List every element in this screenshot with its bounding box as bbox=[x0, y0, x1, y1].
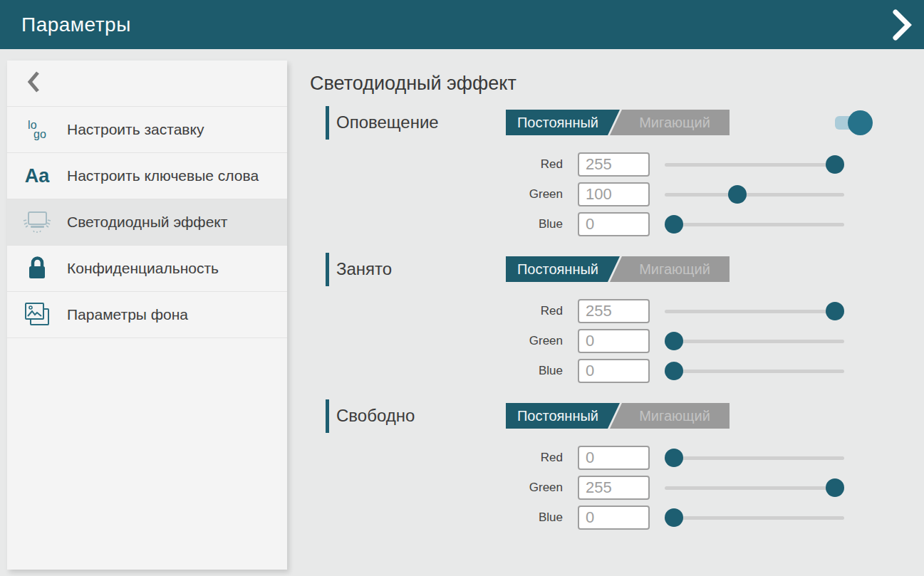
mode-toggle-group: Постоянный Мигающий bbox=[506, 256, 730, 282]
mode-toggle-group: Постоянный Мигающий bbox=[506, 403, 730, 429]
channel-label-green: Green bbox=[506, 334, 563, 348]
mode-blink-button[interactable]: Мигающий bbox=[610, 110, 730, 135]
channel-label-green: Green bbox=[506, 187, 563, 201]
section-accent-bar bbox=[326, 399, 329, 433]
channel-slider-blue[interactable] bbox=[665, 506, 844, 530]
section-title: Оповещение bbox=[336, 112, 439, 132]
slider-knob[interactable] bbox=[728, 185, 747, 204]
section-title: Занято bbox=[336, 259, 392, 279]
sidebar-item-label: Конфиденциальность bbox=[67, 250, 232, 287]
sidebar-item-splash-screen[interactable]: logo Настроить заставку bbox=[7, 107, 287, 153]
channel-value-input-blue[interactable] bbox=[578, 212, 650, 236]
lock-icon bbox=[7, 256, 67, 281]
channel-slider-green[interactable] bbox=[665, 476, 844, 500]
channel-label-red: Red bbox=[506, 451, 563, 465]
channel-slider-green[interactable] bbox=[665, 182, 844, 206]
section-free: Свободно Постоянный Мигающий Red Green bbox=[326, 399, 880, 530]
mode-toggle-group: Постоянный Мигающий bbox=[506, 110, 730, 135]
slider-track bbox=[665, 370, 844, 373]
section-title: Свободно bbox=[336, 406, 415, 426]
section-busy: Занято Постоянный Мигающий Red Green bbox=[326, 252, 880, 383]
channel-slider-red[interactable] bbox=[665, 299, 844, 323]
channel-slider-red[interactable] bbox=[665, 152, 844, 177]
logo-icon: logo bbox=[7, 120, 67, 139]
section-notification: Оповещение Постоянный Мигающий Red Green bbox=[326, 105, 880, 236]
slider-track bbox=[665, 486, 844, 490]
mode-solid-button[interactable]: Постоянный bbox=[506, 403, 620, 429]
sidebar-item-privacy[interactable]: Конфиденциальность bbox=[7, 246, 287, 292]
slider-track bbox=[665, 193, 844, 197]
mode-solid-button[interactable]: Постоянный bbox=[506, 110, 620, 135]
app-header: Параметры bbox=[0, 0, 924, 49]
channel-label-blue: Blue bbox=[506, 217, 563, 231]
content-title: Светодиодный эффект bbox=[310, 73, 880, 95]
channel-value-input-blue[interactable] bbox=[578, 506, 650, 530]
channel-slider-green[interactable] bbox=[665, 329, 844, 353]
slider-knob[interactable] bbox=[665, 508, 683, 527]
sidebar-item-label: Светодиодный эффект bbox=[67, 204, 240, 241]
channel-value-input-green[interactable] bbox=[578, 329, 650, 353]
channel-value-input-red[interactable] bbox=[578, 152, 650, 177]
slider-knob[interactable] bbox=[665, 449, 683, 467]
channel-value-input-red[interactable] bbox=[578, 446, 650, 470]
led-monitor-icon bbox=[7, 209, 67, 235]
back-chevron-icon bbox=[27, 70, 39, 96]
sidebar-item-background[interactable]: Параметры фона bbox=[7, 292, 287, 338]
mode-solid-button[interactable]: Постоянный bbox=[506, 256, 620, 282]
channel-label-blue: Blue bbox=[506, 364, 563, 378]
channel-value-input-red[interactable] bbox=[578, 299, 650, 323]
channel-value-input-green[interactable] bbox=[578, 182, 650, 206]
toggle-knob bbox=[848, 110, 873, 135]
settings-sidebar: logo Настроить заставку Aa Настроить клю… bbox=[7, 61, 287, 570]
sidebar-item-led-effect[interactable]: Светодиодный эффект bbox=[7, 199, 287, 246]
enable-toggle[interactable] bbox=[835, 110, 873, 135]
slider-knob[interactable] bbox=[826, 478, 844, 497]
forward-chevron-icon[interactable] bbox=[891, 9, 913, 41]
channel-slider-blue[interactable] bbox=[665, 359, 844, 383]
sidebar-item-keywords[interactable]: Aa Настроить ключевые слова bbox=[7, 153, 287, 199]
slider-knob[interactable] bbox=[665, 362, 683, 380]
sidebar-item-label: Настроить заставку bbox=[67, 111, 217, 148]
channel-label-red: Red bbox=[506, 157, 563, 172]
slider-track bbox=[665, 223, 844, 226]
channel-value-input-green[interactable] bbox=[578, 476, 650, 500]
slider-track bbox=[665, 163, 844, 167]
slider-knob[interactable] bbox=[826, 302, 844, 320]
slider-track bbox=[665, 516, 844, 520]
slider-track bbox=[665, 340, 844, 343]
mode-blink-button[interactable]: Мигающий bbox=[610, 256, 730, 282]
main-content: Светодиодный эффект Оповещение Постоянны… bbox=[310, 49, 880, 545]
channel-label-blue: Blue bbox=[506, 510, 563, 525]
slider-track bbox=[665, 456, 844, 460]
slider-knob[interactable] bbox=[665, 215, 683, 234]
channel-slider-red[interactable] bbox=[665, 446, 844, 470]
slider-track bbox=[665, 310, 844, 313]
slider-knob[interactable] bbox=[665, 332, 683, 350]
sidebar-item-label: Параметры фона bbox=[67, 296, 201, 333]
section-accent-bar bbox=[326, 106, 329, 140]
sidebar-back-button[interactable] bbox=[7, 61, 287, 107]
channel-label-green: Green bbox=[506, 481, 563, 495]
page-title: Параметры bbox=[21, 14, 131, 36]
background-image-icon bbox=[7, 301, 67, 328]
sidebar-item-label: Настроить ключевые слова bbox=[67, 157, 271, 194]
section-accent-bar bbox=[326, 253, 329, 286]
channel-label-red: Red bbox=[506, 304, 563, 318]
channel-slider-blue[interactable] bbox=[665, 212, 844, 236]
mode-blink-button[interactable]: Мигающий bbox=[610, 403, 730, 429]
channel-value-input-blue[interactable] bbox=[578, 359, 650, 383]
text-aa-icon: Aa bbox=[7, 165, 67, 187]
slider-knob[interactable] bbox=[826, 155, 844, 174]
